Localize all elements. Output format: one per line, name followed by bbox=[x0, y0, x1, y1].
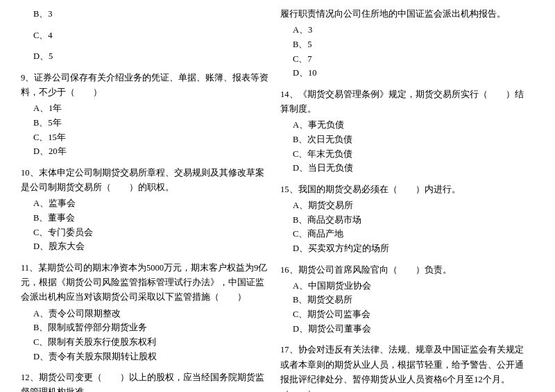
question-13-cont-text: 履行职责情况向公司住所地的中国证监会派出机构报告。 bbox=[280, 7, 529, 22]
question-12-text: 12、期货公司变更（ ）以上的股权，应当经国务院期货监督管理机构批准。 bbox=[21, 370, 269, 392]
q10-opt-c: C、专门委员会 bbox=[21, 225, 269, 240]
q16-opt-d: D、期货公司董事会 bbox=[280, 322, 529, 336]
q14-opt-c: C、年末无负债 bbox=[280, 147, 529, 162]
q11-opt-c: C、限制有关股东行使股东权利 bbox=[21, 335, 269, 350]
q10-opt-a: A、监事会 bbox=[21, 196, 269, 211]
option-b3: B、3 bbox=[21, 7, 269, 22]
question-16-text: 16、期货公司首席风险官向（ ）负责。 bbox=[280, 263, 529, 278]
q10-opt-d: D、股东大会 bbox=[21, 239, 269, 254]
q16-opt-b: B、期货交易所 bbox=[280, 293, 529, 307]
question-13-cont: 履行职责情况向公司住所地的中国证监会派出机构报告。 A、3 B、5 C、7 D、… bbox=[280, 7, 529, 80]
question-15: 15、我国的期货交易必须在（ ）内进行。 A、期货交易所 B、商品交易市场 C、… bbox=[280, 182, 529, 256]
question-9: 9、证券公司保存有关介绍业务的凭证、单据、账簿、报表等资料，不少于（ ） A、1… bbox=[21, 71, 269, 159]
q9-opt-a: A、1年 bbox=[21, 101, 269, 116]
q15-opt-c: C、商品产地 bbox=[280, 227, 529, 241]
question-10: 10、末体申定公司制期贷交易所章程、交易规则及其修改草案是公司制期货交易所（ ）… bbox=[21, 166, 269, 254]
q14-opt-d: D、当日无负债 bbox=[280, 161, 529, 176]
q10-opt-b: B、董事会 bbox=[21, 211, 269, 225]
question-12: 12、期货公司变更（ ）以上的股权，应当经国务院期货监督管理机构批准。 A、3%… bbox=[21, 370, 269, 392]
q16-opt-a: A、中国期货业协会 bbox=[280, 279, 529, 293]
option-c4-text: C、4 bbox=[21, 28, 269, 43]
q15-opt-a: A、期货交易所 bbox=[280, 198, 529, 213]
q14-opt-a: A、事无负债 bbox=[280, 118, 529, 133]
q11-opt-b: B、限制或暂停部分期货业务 bbox=[21, 321, 269, 335]
question-14-text: 14、《期货交易管理条例》规定，期货交易所实行（ ）结算制度。 bbox=[280, 87, 529, 117]
option-d5-text: D、5 bbox=[21, 49, 269, 64]
q11-opt-d: D、责令有关股东限期转让股权 bbox=[21, 350, 269, 364]
q13-cont-opt-c: C、7 bbox=[280, 52, 529, 67]
option-d5: D、5 bbox=[21, 49, 269, 64]
question-11: 11、某期货公司的期末净资本为5000万元，期末客户权益为9亿元，根据《期货公司… bbox=[21, 261, 269, 364]
question-11-text: 11、某期货公司的期末净资本为5000万元，期末客户权益为9亿元，根据《期货公司… bbox=[21, 261, 269, 305]
option-b3-text: B、3 bbox=[21, 7, 269, 22]
q13-cont-opt-a: A、3 bbox=[280, 23, 529, 37]
q9-opt-b: B、5年 bbox=[21, 116, 269, 130]
question-10-text: 10、末体申定公司制期贷交易所章程、交易规则及其修改草案是公司制期货交易所（ ）… bbox=[21, 166, 269, 196]
q15-opt-d: D、买卖双方约定的场所 bbox=[280, 241, 529, 256]
question-9-text: 9、证券公司保存有关介绍业务的凭证、单据、账簿、报表等资料，不少于（ ） bbox=[21, 71, 269, 101]
question-14: 14、《期货交易管理条例》规定，期货交易所实行（ ）结算制度。 A、事无负债 B… bbox=[280, 87, 529, 176]
question-17: 17、协会对违反有关法律、法规、规章及中国证监会有关规定或者本章则的期货从业人员… bbox=[280, 343, 529, 392]
left-column: B、3 C、4 D、5 9、证券公司保存有关介绍业务的凭证、单据、账簿、报表等资… bbox=[21, 7, 275, 392]
question-16: 16、期货公司首席风险官向（ ）负责。 A、中国期货业协会 B、期货交易所 C、… bbox=[280, 263, 529, 336]
question-17-text: 17、协会对违反有关法律、法规、规章及中国证监会有关规定或者本章则的期货从业人员… bbox=[280, 343, 529, 392]
q14-opt-b: B、次日无负债 bbox=[280, 133, 529, 147]
q15-opt-b: B、商品交易市场 bbox=[280, 213, 529, 228]
q11-opt-a: A、责令公司限期整改 bbox=[21, 307, 269, 321]
page-content: B、3 C、4 D、5 9、证券公司保存有关介绍业务的凭证、单据、账簿、报表等资… bbox=[21, 7, 534, 392]
q13-cont-opt-d: D、10 bbox=[280, 66, 529, 80]
option-c4: C、4 bbox=[21, 28, 269, 43]
q9-opt-c: C、15年 bbox=[21, 130, 269, 145]
q16-opt-c: C、期货公司监事会 bbox=[280, 307, 529, 322]
q13-cont-opt-b: B、5 bbox=[280, 37, 529, 52]
question-15-text: 15、我国的期货交易必须在（ ）内进行。 bbox=[280, 182, 529, 197]
q9-opt-d: D、20年 bbox=[21, 144, 269, 159]
right-column: 履行职责情况向公司住所地的中国证监会派出机构报告。 A、3 B、5 C、7 D、… bbox=[275, 7, 534, 392]
